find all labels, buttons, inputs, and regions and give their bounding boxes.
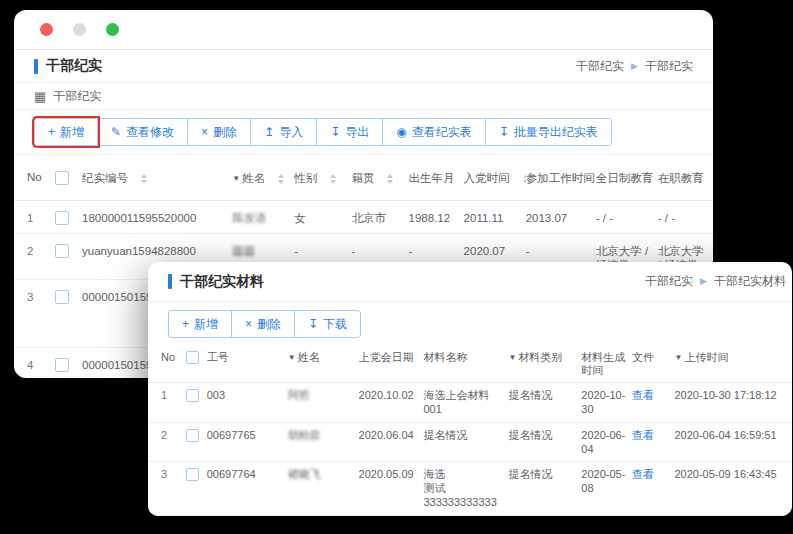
export-button-label: 导出 [345,124,369,141]
table-grid-icon: ▦ [34,90,46,103]
download-button[interactable]: ↧ 下载 [294,310,361,338]
upload-time-cell: 2020-03-04 13:44:28 [674,515,792,516]
row-checkbox[interactable] [186,429,199,442]
material-type-cell: 提名情况 [508,462,581,515]
name-cell: 胡柏弈 [288,422,359,462]
delete-button[interactable]: × 删除 [187,118,251,146]
add-button[interactable]: + 新增 [168,310,232,338]
emp-id-cell: 00697764 [207,515,288,516]
view-record-sheet-button[interactable]: ◉ 查看纪实表 [382,118,485,146]
row-checkbox[interactable] [55,358,69,372]
row-number: 4 [148,515,186,516]
native-place-cell: 北京市 [351,201,408,234]
plus-icon: + [182,318,189,330]
edit-icon: ✎ [111,126,121,138]
traffic-light-close[interactable] [40,23,53,36]
row-checkbox[interactable] [55,290,69,304]
col-material-type: ▼材料类别 [508,346,581,383]
col-emp-id: 工号 [207,346,288,383]
emp-id-cell: 00697764 [207,462,288,515]
traffic-light-maximize[interactable] [106,23,119,36]
breadcrumb-item-current: 干部纪实材料 [714,273,786,290]
meeting-date-cell: 2020.05.09 [359,462,424,515]
plus-icon: + [48,126,55,138]
party-join-cell: 2011.11 [464,201,526,234]
table-body: 1 003 阿哲 2020.10.02 海选上会材料001 提名情况 2020-… [148,383,792,516]
breadcrumb: 干部纪实 ▶ 干部纪实 [576,58,693,75]
breadcrumb: 干部纪实 ▶ 干部纪实材料 [645,273,786,290]
table-row: 2 00697765 胡柏弈 2020.06.04 提名情况 提名情况 2020… [148,422,792,462]
table-row: 1 180000011595520000 陈发语 女 北京市 1988.12 2… [14,201,713,234]
close-icon: × [245,318,252,330]
col-upload-time: ▼上传时间 [674,346,792,383]
sort-icon[interactable] [330,174,336,184]
col-upload-time-label: 上传时间 [684,351,728,363]
cadre-record-material-dialog: 干部纪实材料 干部纪实 ▶ 干部纪实材料 + 新增 × 删除 ↧ 下载 [148,262,792,516]
delete-button[interactable]: × 删除 [231,310,295,338]
select-all-checkbox[interactable] [186,351,199,364]
meeting-date-cell: 2020.10.02 [359,383,424,423]
col-party-join-label: 入党时间 [464,172,510,184]
filter-icon[interactable]: ▼ [508,353,516,362]
table-header-row: No 工号 ▼姓名 上党会日期 材料名称 ▼材料类别 材料生成时间 文件 ▼上传… [148,346,792,383]
delete-button-label: 删除 [257,316,281,333]
batch-export-button[interactable]: ↧ 批量导出纪实表 [485,118,612,146]
material-type-cell: 提名情况 [508,422,581,462]
file-cell: 查看 [632,515,675,516]
back-toolbar: + 新增 ✎ 查看修改 × 删除 ↥ 导入 ↧ 导出 ◉ 查看纪实表 ↧ 批量导… [14,110,713,155]
upload-time-cell: 2020-10-30 17:18:12 [674,383,792,423]
traffic-light-minimize[interactable] [73,23,86,36]
row-checkbox[interactable] [55,244,69,258]
row-checkbox[interactable] [55,211,69,225]
col-gender-label: 性别 [294,172,317,184]
view-file-link[interactable]: 查看 [632,389,654,401]
filter-icon[interactable]: ▼ [232,174,240,183]
view-file-link[interactable]: 查看 [632,429,654,441]
view-file-link[interactable]: 查看 [632,468,654,480]
row-number: 1 [148,383,186,423]
view-record-sheet-button-label: 查看纪实表 [412,124,472,141]
table-row: 1 003 阿哲 2020.10.02 海选上会材料001 提名情况 2020-… [148,383,792,423]
breadcrumb-arrow-icon: ▶ [700,277,707,286]
col-file: 文件 [632,346,675,383]
sort-icon[interactable] [387,174,393,184]
col-party-join: 入党时间 [464,155,526,201]
add-button[interactable]: + 新增 [34,118,98,146]
col-work-start: 参加工作时间 [526,155,596,201]
breadcrumb-arrow-icon: ▶ [631,62,638,71]
record-id-cell: 180000011595520000 [82,201,232,234]
file-cell: 查看 [632,462,675,515]
breadcrumb-item[interactable]: 干部纪实 [645,273,693,290]
row-select [55,347,82,378]
emp-id-cell: 00697765 [207,422,288,462]
filter-icon[interactable]: ▼ [288,353,296,362]
sort-icon[interactable] [141,174,147,184]
row-checkbox[interactable] [186,389,199,402]
export-button[interactable]: ↧ 导出 [316,118,383,146]
delete-button-label: 删除 [213,124,237,141]
emp-id-cell: 003 [207,383,288,423]
row-number: 3 [148,462,186,515]
material-name-cell: 海选上会材料001 [423,383,508,423]
col-native-place: 籍贯 [351,155,408,201]
add-button-label: 新增 [194,316,218,333]
view-edit-button[interactable]: ✎ 查看修改 [97,118,188,146]
table-header-row: No 纪实编号 ▼姓名 性别 籍贯 出生年月 入党时间 参加工作时间 全日制教育… [14,155,713,201]
col-name: ▼姓名 [232,155,294,201]
select-all-checkbox[interactable] [55,171,69,185]
generated-date-cell: 2020-05-08 [581,462,632,515]
row-select [186,383,206,423]
sort-icon[interactable] [278,174,284,184]
title-accent-bar [34,59,38,74]
generated-date-cell: 2020-10-30 [581,383,632,423]
filter-icon[interactable]: ▼ [674,353,682,362]
import-button[interactable]: ↥ 导入 [250,118,317,146]
download-button-label: 下载 [323,316,347,333]
window-titlebar [14,10,713,50]
breadcrumb-item[interactable]: 干部纪实 [576,58,624,75]
row-checkbox[interactable] [186,468,199,481]
col-birth-date-label: 出生年月 [409,172,455,184]
file-cell: 查看 [632,383,675,423]
col-record-id: 纪实编号 [82,155,232,201]
row-number: 2 [148,422,186,462]
